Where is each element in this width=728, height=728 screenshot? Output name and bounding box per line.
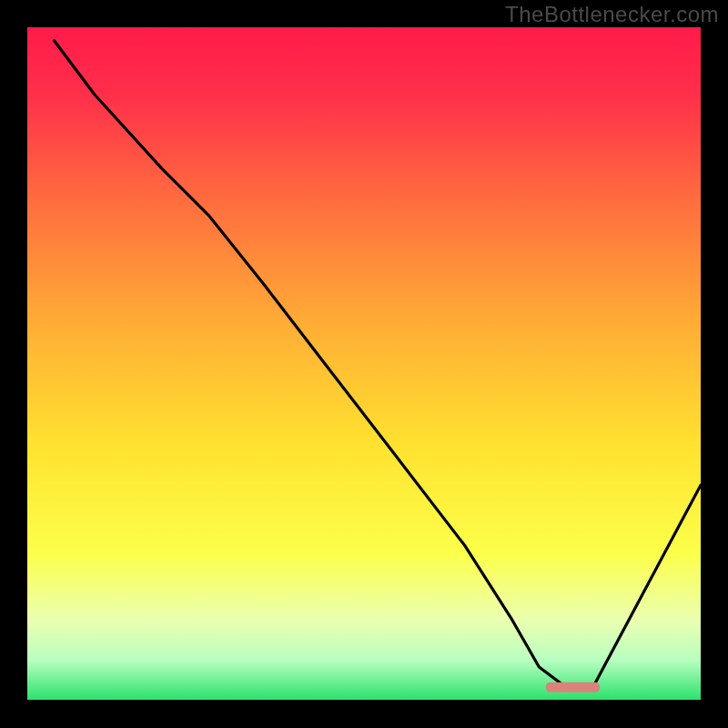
chart-svg (0, 0, 728, 728)
gradient-background (27, 27, 701, 701)
chart-frame: TheBottlenecker.com (0, 0, 728, 728)
optimal-range-marker (546, 682, 600, 693)
